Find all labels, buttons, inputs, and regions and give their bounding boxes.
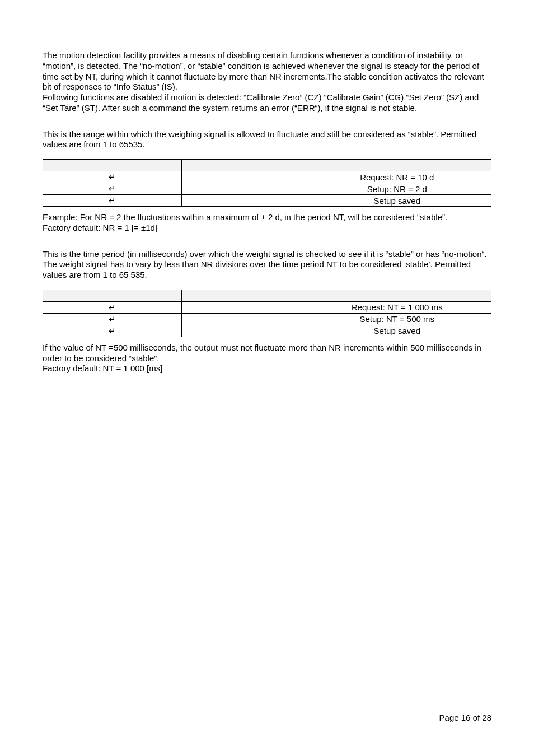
nt-intro: This is the time period (in milliseconds… [43, 249, 491, 281]
nr-example-line1: Example: For NR = 2 the fluctuations wit… [43, 212, 491, 223]
cell-description: Setup saved [303, 195, 491, 207]
page-footer: Page 16 of 28 [439, 713, 491, 722]
enter-icon: ↵ [109, 326, 116, 335]
cell-description [303, 290, 491, 301]
cell-description: Request: NT = 1 000 ms [303, 301, 491, 313]
intro-paragraph-2: Following functions are disabled if moti… [43, 92, 491, 114]
nt-outro-line1: If the value of NT =500 milliseconds, th… [43, 343, 491, 364]
cell-entered: ↵ [43, 183, 182, 195]
cell-entered: ↵ [43, 171, 182, 183]
enter-icon: ↵ [109, 302, 116, 312]
cell-entered [43, 290, 182, 301]
nt-table: ↵ Request: NT = 1 000 ms ↵ Setup: NT = 5… [43, 290, 491, 337]
table-row: ↵ Setup: NR = 2 d [43, 183, 491, 195]
table-row [43, 160, 491, 171]
table-row [43, 290, 491, 301]
cell-description: Setup: NR = 2 d [303, 183, 491, 195]
cell-entered: ↵ [43, 313, 182, 325]
table-row: ↵ Setup: NT = 500 ms [43, 313, 491, 325]
nr-table: ↵ Request: NR = 10 d ↵ Setup: NR = 2 d ↵… [43, 159, 491, 207]
cell-response [182, 313, 303, 325]
nr-example-line2: Factory default: NR = 1 [= ±1d] [43, 223, 491, 234]
cell-description: Setup saved [303, 325, 491, 337]
enter-icon: ↵ [109, 184, 116, 193]
enter-icon: ↵ [109, 172, 116, 181]
cell-description [303, 160, 491, 171]
table-row: ↵ Request: NR = 10 d [43, 171, 491, 183]
table-row: ↵ Setup saved [43, 195, 491, 207]
intro-paragraph-1: The motion detection facility provides a… [43, 50, 491, 92]
cell-response [182, 195, 303, 207]
nr-intro: This is the range within which the weigh… [43, 129, 491, 151]
nt-outro-line2: Factory default: NT = 1 000 [ms] [43, 363, 491, 374]
table-row: ↵ Setup saved [43, 325, 491, 337]
enter-icon: ↵ [109, 195, 116, 205]
cell-response [182, 290, 303, 301]
cell-entered [43, 160, 182, 171]
cell-response [182, 183, 303, 195]
cell-description: Request: NR = 10 d [303, 171, 491, 183]
cell-response [182, 325, 303, 337]
enter-icon: ↵ [109, 314, 116, 324]
table-row: ↵ Request: NT = 1 000 ms [43, 301, 491, 313]
cell-response [182, 301, 303, 313]
cell-entered: ↵ [43, 325, 182, 337]
cell-response [182, 160, 303, 171]
cell-response [182, 171, 303, 183]
cell-entered: ↵ [43, 301, 182, 313]
cell-entered: ↵ [43, 195, 182, 207]
cell-description: Setup: NT = 500 ms [303, 313, 491, 325]
